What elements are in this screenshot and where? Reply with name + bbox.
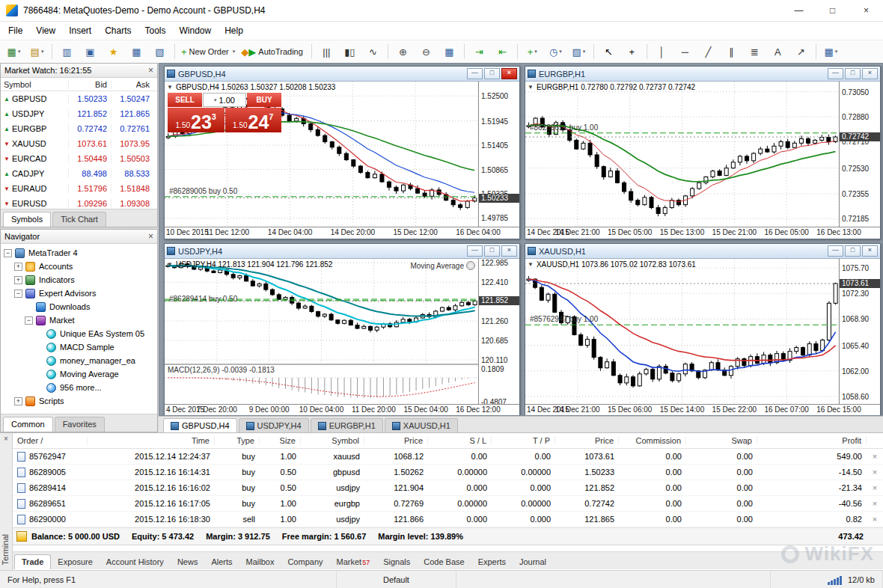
- column-header-s-l-6[interactable]: S / L: [428, 436, 492, 445]
- menu-view[interactable]: View: [29, 23, 62, 38]
- chart-restore-button[interactable]: □: [845, 245, 861, 257]
- chart-tab-usdjpy-h4[interactable]: USDJPY,H4: [239, 418, 309, 432]
- trade-row[interactable]: 857629472015.12.14 12:24:37buy1.00xauusd…: [13, 449, 883, 465]
- toolbar-periods[interactable]: ◷▾: [545, 43, 566, 61]
- terminal-tab-trade[interactable]: Trade: [14, 554, 51, 569]
- navigator-item-accounts[interactable]: +Accounts: [1, 260, 157, 273]
- menu-tools[interactable]: Tools: [138, 23, 173, 38]
- column-header-symbol[interactable]: Symbol: [1, 80, 68, 89]
- market-watch-row[interactable]: ▲CADJPY88.49888.533: [1, 166, 157, 181]
- close-icon[interactable]: ×: [148, 232, 153, 241]
- chart-restore-button[interactable]: □: [484, 245, 500, 257]
- toolbar-templates[interactable]: ▨▾: [568, 43, 590, 61]
- column-header-price-5[interactable]: Price: [364, 436, 428, 445]
- toolbar-zoom-out[interactable]: ⊖: [415, 43, 437, 61]
- toolbar-tile-windows[interactable]: ▦: [439, 43, 460, 61]
- close-order-button[interactable]: ×: [867, 468, 883, 477]
- menu-help[interactable]: Help: [218, 23, 250, 38]
- terminal-tab-mailbox[interactable]: Mailbox: [239, 555, 281, 569]
- toolbar-chart-profiles[interactable]: ▤▾: [26, 43, 48, 61]
- chart-tab-xauusd-h1[interactable]: XAUUSD,H1: [385, 418, 458, 432]
- chart-tab-eurgbp-h1[interactable]: EURGBP,H1: [311, 418, 383, 432]
- navigator-item-metatrader-4[interactable]: −MetaTrader 4: [1, 246, 157, 260]
- toolbar-new-order[interactable]: +New Order▾: [179, 43, 237, 61]
- toolbar-horizontal-line[interactable]: ─: [674, 43, 696, 61]
- market-watch-tab-symbols[interactable]: Symbols: [3, 212, 51, 227]
- close-order-button[interactable]: ×: [867, 499, 883, 508]
- maximize-button[interactable]: □: [816, 0, 849, 21]
- close-order-button[interactable]: ×: [867, 515, 883, 524]
- chart-plot-area[interactable]: #86289414 buy 0.50MACD(12,26,9) -0.0039 …: [165, 259, 478, 405]
- menu-insert[interactable]: Insert: [62, 23, 98, 38]
- navigator-item-macd-sample[interactable]: MACD Sample: [1, 340, 157, 354]
- toolbar-vertical-line[interactable]: │: [651, 43, 673, 61]
- toolbar-line-chart-mode[interactable]: ∿: [362, 43, 384, 61]
- menu-file[interactable]: File: [1, 23, 29, 38]
- terminal-tab-alerts[interactable]: Alerts: [204, 555, 239, 569]
- toolbar-terminal-toggle[interactable]: ▦: [126, 43, 147, 61]
- trade-row[interactable]: 862900002015.12.16 16:18:30sell1.00usdjp…: [13, 512, 883, 527]
- menu-charts[interactable]: Charts: [98, 23, 138, 38]
- buy-button[interactable]: BUY: [247, 93, 281, 107]
- column-header-time-1[interactable]: Time: [88, 436, 215, 445]
- toolbar-trendline[interactable]: ╱: [697, 43, 719, 61]
- chart-plot-area[interactable]: #86289005 buy 0.50▼GBPUSD,H4 1.50263 1.5…: [165, 82, 478, 227]
- chart-plot-area[interactable]: #86289651 buy 1.00▼EURGBP,H1 0.72780 0.7…: [525, 82, 839, 227]
- chart-window-titlebar[interactable]: USDJPY,H4—□×: [165, 244, 519, 259]
- chart-tab-gbpusd-h4[interactable]: GBPUSD,H4: [163, 418, 237, 432]
- terminal-tab-account-history[interactable]: Account History: [100, 555, 171, 569]
- navigator-item-unique-eas-system-05[interactable]: Unique EAs System 05: [1, 327, 157, 340]
- toolbar-data-window-toggle[interactable]: ▣: [79, 43, 101, 61]
- terminal-tab-exposure[interactable]: Exposure: [51, 555, 99, 569]
- chart-minimize-button[interactable]: —: [467, 68, 483, 79]
- toolbar-navigator-toggle[interactable]: ★: [103, 43, 124, 61]
- chart-window-titlebar[interactable]: EURGBP,H1—□×: [525, 67, 880, 82]
- sell-price-panel[interactable]: 1.50233: [168, 108, 224, 132]
- volume-input[interactable]: ▾1.00: [203, 93, 246, 107]
- menu-window[interactable]: Window: [173, 23, 219, 38]
- terminal-tab-signals[interactable]: Signals: [376, 555, 417, 569]
- navigator-item-moving-average[interactable]: Moving Average: [1, 367, 157, 381]
- navigator-item-expert-advisors[interactable]: −Expert Advisors: [1, 287, 157, 300]
- market-watch-row[interactable]: ▼EURAUD1.517961.51848: [1, 181, 157, 196]
- chart-restore-button[interactable]: □: [484, 68, 500, 79]
- trade-row[interactable]: 862896512015.12.16 16:17:05buy1.00eurgbp…: [13, 496, 883, 512]
- market-watch-row[interactable]: ▲GBPUSD1.502331.50247: [1, 91, 157, 106]
- toolbar-new-chart[interactable]: ▦▾: [3, 43, 25, 61]
- market-watch-row[interactable]: ▲EURGBP0.727420.72761: [1, 121, 157, 136]
- toolbar-autotrading[interactable]: ◆▶AutoTrading: [239, 43, 308, 61]
- navigator-tab-common[interactable]: Common: [3, 417, 53, 432]
- navigator-item-market[interactable]: −Market: [1, 313, 157, 327]
- chart-window-titlebar[interactable]: GBPUSD,H4—□×: [165, 67, 519, 82]
- toolbar-zoom-in[interactable]: ⊕: [392, 43, 414, 61]
- navigator-item-indicators[interactable]: +Indicators: [1, 273, 157, 287]
- terminal-tab-company[interactable]: Company: [281, 555, 329, 569]
- navigator-tab-favorites[interactable]: Favorites: [55, 417, 105, 432]
- trade-row[interactable]: 862894142015.12.16 16:16:02buy0.50usdjpy…: [13, 480, 883, 496]
- chart-minimize-button[interactable]: —: [467, 245, 483, 257]
- collapse-arrow-icon[interactable]: ▼: [167, 261, 173, 268]
- collapse-arrow-icon[interactable]: ▼: [528, 84, 534, 91]
- toolbar-cursor[interactable]: ↖: [598, 43, 620, 61]
- toolbar-auto-scroll[interactable]: ⇥: [468, 43, 490, 61]
- chart-close-button[interactable]: ×: [862, 68, 878, 79]
- toolbar-market-watch-toggle[interactable]: ▥: [56, 43, 78, 61]
- terminal-tab-news[interactable]: News: [171, 555, 205, 569]
- navigator-item-downloads[interactable]: Downloads: [1, 300, 157, 313]
- tree-expander-icon[interactable]: +: [14, 397, 22, 405]
- column-header-size-3[interactable]: Size: [260, 436, 301, 445]
- column-header-bid[interactable]: Bid: [68, 80, 111, 89]
- tree-expander-icon[interactable]: −: [25, 316, 33, 325]
- tree-expander-icon[interactable]: −: [14, 290, 22, 298]
- market-watch-row[interactable]: ▲USDJPY121.852121.865: [1, 106, 157, 121]
- chart-window-titlebar[interactable]: XAUUSD,H1—□×: [525, 244, 880, 259]
- toolbar-bar-chart-mode[interactable]: |||: [316, 43, 337, 61]
- column-header-commission-9[interactable]: Commission: [619, 436, 686, 445]
- toolbar-crosshair[interactable]: +: [621, 43, 643, 61]
- terminal-tab-code-base[interactable]: Code Base: [417, 555, 471, 569]
- profile-selector[interactable]: Default: [337, 571, 456, 588]
- chart-plot-area[interactable]: #85762947 buy 1.00▼XAUUSD,H1 1073.86 107…: [525, 259, 839, 405]
- column-header-type-2[interactable]: Type: [215, 436, 260, 445]
- column-header-price-8[interactable]: Price: [555, 436, 619, 445]
- navigator-item-scripts[interactable]: +Scripts: [1, 394, 157, 408]
